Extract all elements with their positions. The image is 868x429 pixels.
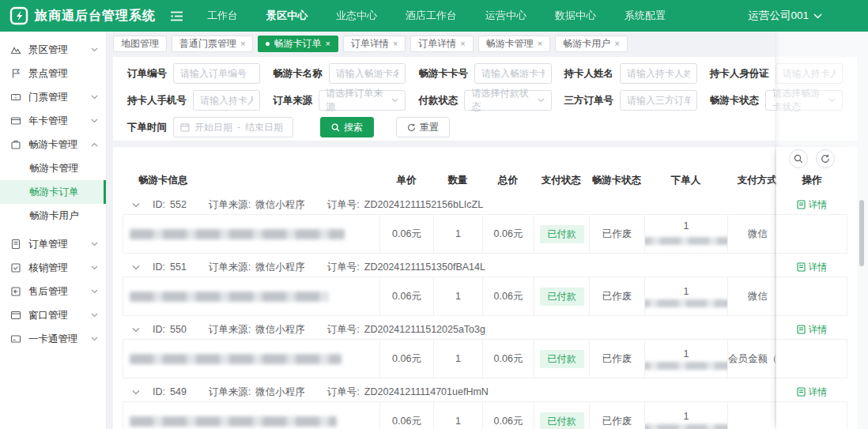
close-icon[interactable]: × bbox=[614, 40, 619, 48]
refresh-icon bbox=[407, 123, 416, 132]
holder-name-input[interactable] bbox=[620, 63, 697, 84]
order-group-552: ID:552 订单来源:微信小程序 订单号:ZD20241211152156bL… bbox=[123, 195, 847, 254]
order-source-select[interactable]: 请选择订单来源 bbox=[319, 90, 406, 111]
detail-link[interactable]: 详情 bbox=[776, 320, 847, 339]
sidebar-subitem-roam-card-management[interactable]: 畅游卡管理 bbox=[0, 156, 106, 180]
sidebar-subitem-roam-card-orders[interactable]: 畅游卡订单 bbox=[0, 180, 106, 204]
tab-order-detail-1[interactable]: 订单详情× bbox=[343, 36, 406, 52]
third-party-order-input[interactable] bbox=[620, 90, 697, 111]
detail-doc-icon bbox=[797, 200, 806, 209]
pay-status-cell: 已付款 bbox=[534, 214, 589, 254]
total-cell: 0.06元 bbox=[482, 214, 534, 254]
tab-roam-card-management[interactable]: 畅游卡管理× bbox=[478, 36, 550, 52]
operation-cell-border bbox=[776, 339, 847, 378]
order-number-input[interactable] bbox=[173, 63, 260, 84]
sidebar-item-roam-card[interactable]: 畅游卡管理 bbox=[0, 133, 106, 156]
detail-doc-icon bbox=[797, 262, 806, 272]
end-date-placeholder: 结束日期 bbox=[245, 121, 283, 134]
column-unit-price: 单价 bbox=[379, 174, 433, 187]
sidebar-item-orders[interactable]: 订单管理 bbox=[0, 232, 106, 256]
card-info-cell bbox=[123, 401, 379, 429]
column-operation: 操作 bbox=[776, 169, 847, 191]
app-logo: 旅商通后台管理系统 bbox=[9, 6, 156, 25]
card-name-input[interactable] bbox=[329, 63, 406, 84]
order-group-header: ID:551 订单来源:微信小程序 订单号:ZD20241211151350fB… bbox=[123, 258, 847, 277]
nav-item-hotel-workbench[interactable]: 酒店工作台 bbox=[406, 9, 457, 23]
chevron-down-icon bbox=[91, 242, 98, 246]
bag-icon bbox=[10, 139, 21, 150]
order-group-header: ID:552 订单来源:微信小程序 订单号:ZD20241211152156bL… bbox=[123, 195, 847, 214]
sidebar-item-scenic-area[interactable]: 景区管理 bbox=[0, 38, 106, 62]
sidebar-item-window[interactable]: 窗口管理 bbox=[0, 303, 106, 327]
chevron-up-icon bbox=[91, 142, 98, 147]
detail-link[interactable]: 详情 bbox=[776, 258, 847, 277]
quantity-cell: 1 bbox=[433, 277, 482, 316]
top-navigation: 工作台 景区中心 业态中心 酒店工作台 运营中心 数据中心 系统配置 bbox=[207, 9, 666, 23]
card-icon bbox=[10, 115, 21, 126]
tab-map-management[interactable]: 地图管理 bbox=[113, 36, 167, 52]
menu-fold-icon[interactable] bbox=[170, 10, 183, 22]
nav-item-system-config[interactable]: 系统配置 bbox=[625, 9, 666, 23]
status-badge: 已付款 bbox=[540, 225, 584, 243]
tab-normal-ticket[interactable]: 普通门票管理× bbox=[172, 36, 253, 52]
tab-roam-card-users[interactable]: 畅游卡用户× bbox=[555, 36, 627, 52]
field-holder-id: 持卡人身份证 bbox=[710, 63, 843, 84]
expand-chevron-icon[interactable] bbox=[132, 202, 140, 208]
close-icon[interactable]: × bbox=[460, 40, 465, 48]
card-status-select[interactable]: 请选择畅游卡状态 bbox=[765, 90, 843, 111]
sidebar-item-ticket[interactable]: 门票管理 bbox=[0, 85, 106, 109]
order-group-551: ID:551 订单来源:微信小程序 订单号:ZD20241211151350fB… bbox=[123, 258, 847, 316]
card-info-cell bbox=[123, 277, 379, 316]
order-group-550: ID:550 订单来源:微信小程序 订单号:ZD202412111512025a… bbox=[123, 320, 847, 378]
tab-order-detail-2[interactable]: 订单详情× bbox=[410, 36, 473, 52]
nav-item-business-center[interactable]: 业态中心 bbox=[336, 9, 377, 23]
chevron-down-icon bbox=[828, 98, 836, 103]
unit-price-cell: 0.06元 bbox=[379, 401, 433, 429]
expand-chevron-icon[interactable] bbox=[132, 265, 140, 270]
nav-item-scenic-center[interactable]: 景区中心 bbox=[266, 9, 308, 23]
app-header: 旅商通后台管理系统 工作台 景区中心 业态中心 酒店工作台 运营中心 数据中心 … bbox=[0, 0, 868, 32]
sidebar-item-annual-card[interactable]: 年卡管理 bbox=[0, 109, 106, 133]
company-selector[interactable]: 运营公司001 bbox=[748, 9, 822, 23]
card-status-cell: 已作废 bbox=[589, 277, 644, 316]
table-refresh-button[interactable] bbox=[816, 149, 835, 168]
reset-button[interactable]: 重置 bbox=[396, 117, 450, 137]
redacted-phone bbox=[644, 362, 727, 370]
nav-item-operation-center[interactable]: 运营中心 bbox=[485, 9, 526, 23]
detail-link[interactable]: 详情 bbox=[776, 382, 847, 401]
status-badge: 已付款 bbox=[540, 412, 584, 429]
pay-status-select[interactable]: 请选择付款状态 bbox=[464, 90, 551, 111]
nav-item-data-center[interactable]: 数据中心 bbox=[555, 9, 596, 23]
detail-doc-icon bbox=[797, 387, 806, 397]
table-search-button[interactable] bbox=[789, 149, 808, 168]
sidebar-item-after-sale[interactable]: 售后管理 bbox=[0, 280, 106, 303]
close-icon[interactable]: × bbox=[240, 40, 245, 48]
vertical-scrollbar[interactable] bbox=[859, 200, 864, 266]
expand-chevron-icon[interactable] bbox=[132, 327, 140, 333]
detail-link[interactable]: 详情 bbox=[776, 195, 847, 214]
field-third-party-order: 三方订单号 bbox=[564, 90, 697, 111]
column-quantity: 数量 bbox=[433, 174, 482, 187]
status-badge: 已付款 bbox=[540, 350, 584, 368]
sidebar-subitem-roam-card-users[interactable]: 畅游卡用户 bbox=[0, 204, 106, 228]
sidebar-item-verification[interactable]: 核销管理 bbox=[0, 256, 106, 280]
close-icon[interactable]: × bbox=[325, 40, 330, 48]
sidebar-item-one-card[interactable]: 一卡通管理 bbox=[0, 327, 106, 351]
card-number-input[interactable] bbox=[474, 63, 552, 84]
order-group-549: ID:549 订单来源:微信小程序 订单号:ZD20241211114701ue… bbox=[123, 382, 847, 429]
close-icon[interactable]: × bbox=[538, 40, 542, 48]
order-id: 552 bbox=[170, 199, 187, 210]
buyer-cell: 1 bbox=[644, 277, 727, 316]
column-card-status: 畅游卡状态 bbox=[589, 174, 644, 187]
date-range-picker[interactable]: 开始日期 - 结束日期 bbox=[173, 117, 293, 137]
order-id: 551 bbox=[170, 262, 187, 273]
nav-item-workbench[interactable]: 工作台 bbox=[207, 9, 238, 23]
sidebar-item-spot[interactable]: 景点管理 bbox=[0, 62, 106, 85]
tab-roam-card-orders[interactable]: 畅游卡订单× bbox=[258, 36, 338, 52]
holder-id-input[interactable] bbox=[776, 63, 843, 84]
total-cell: 0.06元 bbox=[482, 339, 534, 378]
search-button[interactable]: 搜索 bbox=[320, 117, 374, 137]
close-icon[interactable]: × bbox=[393, 40, 398, 48]
holder-phone-input[interactable] bbox=[193, 90, 260, 111]
expand-chevron-icon[interactable] bbox=[132, 389, 140, 395]
